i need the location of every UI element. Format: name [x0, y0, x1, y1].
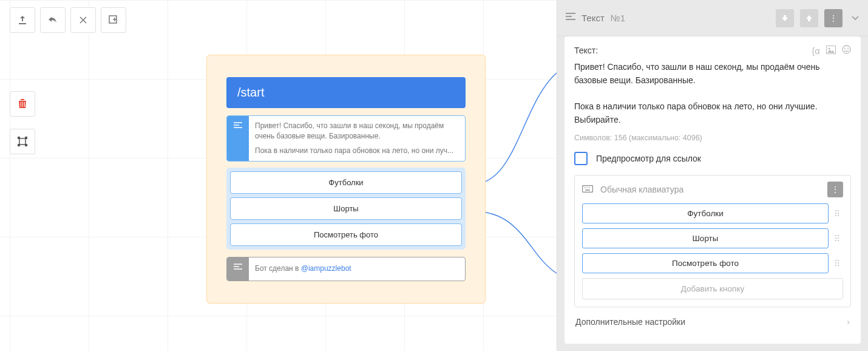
- move-up-button[interactable]: [800, 9, 818, 27]
- side-toolbar: [10, 91, 35, 154]
- text-align-icon: [227, 257, 249, 280]
- svg-point-7: [829, 47, 830, 49]
- node-keyboard-group: Футболки Шорты Посмотреть фото: [226, 168, 466, 250]
- keyboard-button-item[interactable]: Футболки: [582, 203, 829, 223]
- node-text-preview: Привет! Спасибо, что зашли в наш секонд,…: [249, 116, 465, 161]
- insert-variable-button[interactable]: {α: [812, 46, 820, 56]
- panel-block-number: №1: [611, 13, 625, 23]
- insert-image-button[interactable]: [826, 46, 836, 56]
- node-text-block[interactable]: Привет! Спасибо, что зашли в наш секонд,…: [226, 115, 466, 162]
- undo-button[interactable]: [40, 7, 66, 33]
- panel-body: Текст: {α Привет! Спасибо, что зашли в н…: [565, 36, 861, 344]
- svg-rect-5: [25, 144, 27, 146]
- keyboard-menu-button[interactable]: ⋮: [827, 182, 843, 197]
- link-preview-checkbox[interactable]: [574, 152, 588, 165]
- panel-title: Текст: [581, 13, 605, 23]
- svg-point-8: [843, 46, 850, 53]
- node-keyboard-button[interactable]: Шорты: [230, 197, 462, 220]
- drag-handle-icon[interactable]: ⠿: [831, 203, 843, 223]
- add-block-button[interactable]: [101, 7, 126, 33]
- add-keyboard-button[interactable]: Добавить кнопку: [582, 278, 843, 299]
- drag-handle-icon[interactable]: ⠿: [831, 253, 843, 273]
- text-align-icon: [566, 13, 575, 24]
- close-button[interactable]: [70, 7, 96, 33]
- editor-canvas[interactable]: /start Привет! Спасибо, что зашли в наш …: [0, 0, 557, 351]
- node-keyboard-button[interactable]: Посмотреть фото: [230, 223, 462, 246]
- panel-header: Текст №1 ⋮: [557, 0, 868, 36]
- keyboard-button-item[interactable]: Посмотреть фото: [582, 253, 829, 273]
- keyboard-icon: [582, 184, 593, 195]
- node-keyboard-button[interactable]: Футболки: [230, 171, 462, 194]
- collapse-panel-button[interactable]: [851, 13, 860, 24]
- keyboard-button-item[interactable]: Шорты: [582, 228, 829, 248]
- svg-rect-4: [18, 144, 20, 146]
- properties-panel: Текст №1 ⋮ Текст: {α Привет! Спасибо, чт…: [557, 0, 868, 351]
- main-toolbar: [10, 7, 126, 33]
- svg-point-10: [847, 48, 849, 49]
- svg-rect-3: [25, 137, 27, 139]
- drag-handle-icon[interactable]: ⠿: [831, 228, 843, 248]
- text-content[interactable]: Привет! Спасибо, что зашли в наш секонд,…: [574, 61, 851, 126]
- chevron-right-icon: ›: [847, 317, 850, 327]
- group-select-button[interactable]: [10, 129, 35, 154]
- upload-button[interactable]: [10, 7, 35, 33]
- text-field-label: Текст:: [574, 46, 598, 55]
- link-preview-label: Предпросмотр для ссылок: [596, 154, 701, 163]
- keyboard-panel: Обычная клавиатура ⋮ Футболки ⠿ Шорты ⠿ …: [574, 175, 851, 307]
- svg-point-9: [844, 48, 846, 49]
- text-align-icon: [227, 116, 249, 161]
- footer-link[interactable]: @iampuzzlebot: [301, 264, 351, 273]
- node-footer-text: Бот сделан в @iampuzzlebot: [249, 257, 465, 280]
- svg-rect-1: [19, 138, 25, 145]
- node-command-header: /start: [226, 77, 466, 108]
- char-count: Символов: 156 (максимально: 4096): [574, 134, 851, 142]
- svg-rect-11: [583, 186, 593, 193]
- move-down-button[interactable]: [776, 9, 794, 27]
- delete-button[interactable]: [10, 91, 35, 117]
- advanced-settings-row[interactable]: Дополнительные настройки ›: [574, 307, 851, 329]
- insert-emoji-button[interactable]: [842, 45, 851, 56]
- svg-rect-2: [18, 137, 20, 139]
- keyboard-type-label: Обычная клавиатура: [600, 185, 820, 194]
- node-footer-block[interactable]: Бот сделан в @iampuzzlebot: [226, 257, 466, 281]
- bot-node[interactable]: /start Привет! Спасибо, что зашли в наш …: [206, 55, 486, 304]
- block-menu-button[interactable]: ⋮: [824, 9, 843, 27]
